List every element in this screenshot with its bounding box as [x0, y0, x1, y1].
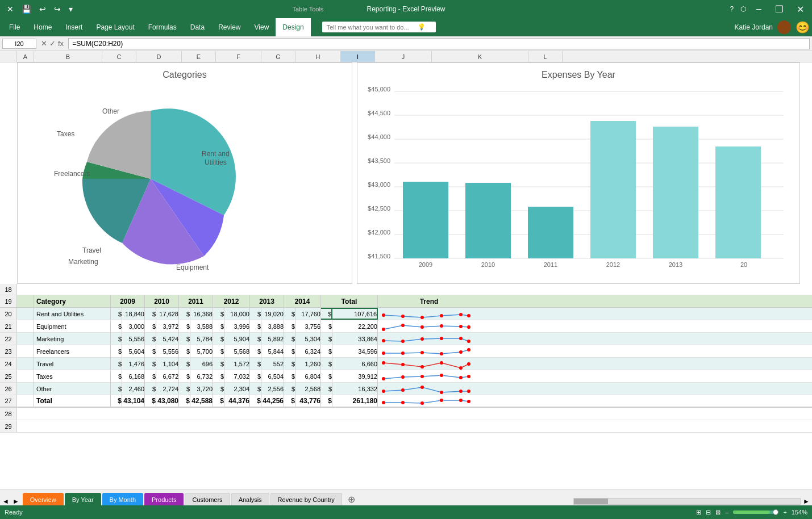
col-header-f[interactable]: F: [216, 51, 261, 62]
scroll-right-arrow[interactable]: ►: [803, 497, 810, 505]
col-header-j[interactable]: J: [375, 51, 432, 62]
excel-icon: ✕: [5, 3, 16, 15]
pie-chart-svg: Rent and Utilities Freelancers Marketing…: [26, 82, 344, 275]
trend-22: [378, 333, 480, 345]
tab-view[interactable]: View: [248, 18, 276, 36]
scroll-left-icon[interactable]: ◄: [2, 497, 9, 505]
table-row-27-total[interactable]: 27 Total $ 43,104 $ 43,080 $ 42,588 $ 44…: [0, 395, 812, 408]
svg-point-3: [440, 314, 443, 317]
customize-icon[interactable]: ▾: [66, 3, 75, 15]
cell-20-category: Rent and Utilities: [34, 308, 111, 320]
x-label-2012: 2012: [606, 261, 620, 268]
table-row-25[interactable]: 25 Taxes $ 6,168 $ 6,672 $ 6,732 $ 7,032…: [0, 370, 812, 383]
undo-icon[interactable]: ↩: [37, 3, 48, 15]
y-label-8: $45,000: [368, 86, 390, 93]
restore-button[interactable]: ❐: [772, 4, 786, 15]
ready-status: Ready: [5, 509, 23, 516]
horizontal-scrollbar[interactable]: [573, 498, 801, 505]
bar-2011: [528, 207, 573, 258]
col-header-a[interactable]: A: [17, 51, 34, 62]
zoom-slider[interactable]: [733, 510, 778, 514]
tab-by-year[interactable]: By Year: [65, 493, 101, 505]
tab-customers[interactable]: Customers: [185, 493, 230, 505]
col-header-h[interactable]: H: [295, 51, 341, 62]
svg-point-28: [459, 366, 463, 370]
col-header-l[interactable]: L: [528, 51, 563, 62]
table-row-26[interactable]: 26 Other $ 2,460 $ 2,724 $ 3,720 $ 2,304…: [0, 383, 812, 395]
help-icon[interactable]: ?: [730, 5, 734, 13]
svg-point-31: [401, 375, 405, 379]
table-row-20[interactable]: 20 Rent and Utilities $ 18,840 $ 17,628 …: [0, 308, 812, 320]
svg-point-47: [467, 400, 470, 403]
tab-insert[interactable]: Insert: [59, 18, 89, 36]
scrollbar-thumb[interactable]: [574, 499, 608, 504]
tab-overview[interactable]: Overview: [23, 493, 64, 505]
minimize-button[interactable]: –: [753, 4, 765, 14]
view-page-break-icon[interactable]: ⊠: [715, 509, 721, 516]
rownum-19: 19: [0, 295, 17, 307]
search-input[interactable]: [327, 24, 418, 31]
col-header-k[interactable]: K: [432, 51, 528, 62]
col-header-e[interactable]: E: [182, 51, 216, 62]
bar-chart-svg: $41,500 $42,000 $42,500 $43,000 $43,500 …: [357, 82, 789, 275]
search-box[interactable]: 💡: [322, 22, 436, 32]
zoom-in-icon[interactable]: +: [783, 509, 786, 516]
tab-analysis[interactable]: Analysis: [231, 493, 269, 505]
svg-point-19: [401, 351, 405, 355]
label-taxes: Taxes: [57, 130, 74, 138]
scroll-right-icon[interactable]: ►: [13, 497, 19, 505]
formula-input[interactable]: [68, 38, 810, 49]
view-layout-icon[interactable]: ⊟: [706, 509, 711, 516]
table-row-24[interactable]: 24 Travel $ 1,476 $ 1,104 $ 696 $ 1,572 …: [0, 358, 812, 370]
table-row-22[interactable]: 22 Marketing $ 5,556 $ 5,424 $ 5,784 $ 5…: [0, 333, 812, 345]
add-sheet-button[interactable]: ⊕: [343, 493, 360, 505]
cell-reference-box[interactable]: [2, 39, 36, 49]
save-icon[interactable]: 💾: [19, 3, 34, 15]
svg-point-9: [440, 324, 443, 328]
x-label-2009: 2009: [419, 261, 432, 268]
bar-2012: [590, 121, 636, 258]
col-header-i[interactable]: I: [341, 51, 375, 62]
tab-revenue-by-country[interactable]: Revenue by Country: [270, 493, 342, 505]
y-label-1: $41,500: [368, 253, 390, 260]
tab-design[interactable]: Design: [276, 18, 310, 36]
y-label-6: $44,000: [368, 133, 390, 140]
formula-function-icon[interactable]: fx: [58, 39, 64, 48]
tab-home[interactable]: Home: [27, 18, 59, 36]
spreadsheet: A B C D E F G H I J K L Categories: [0, 51, 812, 489]
tab-file[interactable]: File: [2, 18, 27, 36]
table-row-23[interactable]: 23 Freelancers $ 5,604 $ 5,556 $ 5,700 $…: [0, 345, 812, 358]
col-header-b[interactable]: B: [34, 51, 102, 62]
app-title: Reporting - Excel Preview: [367, 5, 445, 13]
col-header-d[interactable]: D: [136, 51, 182, 62]
view-normal-icon[interactable]: ⊞: [696, 509, 701, 516]
svg-point-33: [440, 374, 443, 377]
tab-products[interactable]: Products: [144, 493, 184, 505]
redo-icon[interactable]: ↪: [52, 3, 63, 15]
share-icon[interactable]: ⬡: [740, 5, 746, 13]
col-header-g[interactable]: G: [261, 51, 295, 62]
trend-24: [378, 358, 480, 370]
y-label-2: $42,000: [368, 229, 390, 236]
trend-26: [378, 383, 480, 395]
formula-cancel-icon[interactable]: ✕: [41, 39, 47, 48]
selected-cell-i20[interactable]: 107,616: [332, 308, 378, 320]
trend-25: [378, 370, 480, 382]
x-label-2014: 20: [740, 261, 747, 268]
table-row-21[interactable]: 21 Equipment $ 3,000 $ 3,972 $ 3,588 $ 3…: [0, 320, 812, 333]
formula-confirm-icon[interactable]: ✓: [49, 39, 56, 48]
label-marketing: Marketing: [68, 258, 98, 266]
zoom-out-icon[interactable]: –: [725, 509, 728, 516]
tab-formulas[interactable]: Formulas: [141, 18, 184, 36]
close-button[interactable]: ✕: [793, 4, 807, 15]
user-avatar: [777, 20, 791, 34]
tab-review[interactable]: Review: [211, 18, 247, 36]
pie-chart-title: Categories: [18, 63, 352, 80]
tab-data[interactable]: Data: [184, 18, 211, 36]
th-2011: 2011: [179, 295, 213, 307]
tab-by-month[interactable]: By Month: [102, 493, 143, 505]
x-label-2013: 2013: [669, 261, 682, 268]
col-header-c[interactable]: C: [102, 51, 136, 62]
tab-page-layout[interactable]: Page Layout: [89, 18, 141, 36]
svg-point-6: [382, 328, 385, 331]
